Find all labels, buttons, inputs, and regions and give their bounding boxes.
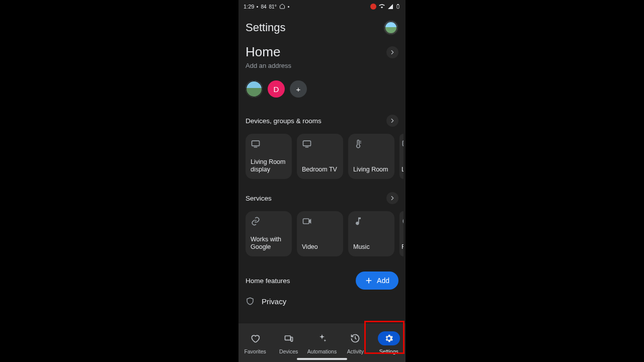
service-card[interactable]: Music <box>348 211 394 256</box>
phone-frame: 1:29 84 81° <box>238 0 406 362</box>
device-label: Living Room display <box>251 158 287 174</box>
devices-section-title: Devices, groups & rooms <box>246 117 321 125</box>
privacy-icon <box>246 297 255 306</box>
heart-icon <box>244 331 266 345</box>
nav-activity[interactable]: Activity <box>339 323 372 362</box>
status-bar: 1:29 84 81° <box>238 0 406 13</box>
home-features-row: Home features Add <box>238 272 406 290</box>
service-label: Video <box>302 243 338 251</box>
avatar-image <box>384 21 397 34</box>
plus-icon <box>365 277 373 285</box>
svg-rect-15 <box>291 337 292 341</box>
svg-rect-2 <box>252 141 260 146</box>
display-icon <box>251 139 261 149</box>
nav-settings[interactable]: Settings <box>372 323 406 362</box>
history-icon <box>344 331 366 345</box>
privacy-row[interactable]: Privacy <box>238 290 406 306</box>
service-label: R <box>401 243 404 251</box>
add-member-button[interactable]: + <box>290 80 307 98</box>
devices-icon <box>278 331 300 345</box>
chevron-right-icon[interactable] <box>386 192 398 204</box>
service-label: Works with Google <box>251 236 287 251</box>
status-dot-icon <box>257 6 258 8</box>
battery-icon <box>395 3 400 10</box>
account-avatar[interactable] <box>383 20 398 35</box>
page-title: Settings <box>246 21 286 34</box>
home-section: Home Add an address <box>238 44 406 69</box>
nav-label: Automations <box>307 348 337 354</box>
page-header: Settings <box>238 13 406 44</box>
video-icon <box>302 216 312 226</box>
link-icon <box>251 216 261 226</box>
nav-automations[interactable]: Automations <box>305 323 339 362</box>
service-card[interactable]: R <box>399 211 404 256</box>
svg-rect-4 <box>303 141 311 146</box>
device-card[interactable]: Bedroom TV <box>297 134 343 179</box>
device-label: L S <box>401 166 404 174</box>
svg-point-11 <box>403 218 404 224</box>
status-left: 1:29 84 81° <box>244 3 289 10</box>
thermostat-icon <box>353 139 363 149</box>
status-time: 1:29 <box>244 4 254 10</box>
svg-rect-0 <box>397 5 399 9</box>
status-right <box>370 3 400 10</box>
add-button-label: Add <box>377 277 389 285</box>
device-card[interactable]: L S <box>399 134 404 179</box>
nav-label: Settings <box>379 348 398 354</box>
nav-favorites[interactable]: Favorites <box>238 323 272 362</box>
gesture-bar <box>297 358 347 360</box>
home-features-title: Home features <box>246 277 290 285</box>
sparkle-icon <box>311 331 333 345</box>
signal-icon <box>387 4 393 10</box>
nav-devices[interactable]: Devices <box>272 323 305 362</box>
services-section-header[interactable]: Services <box>238 192 406 204</box>
home-members: D + <box>238 80 406 98</box>
nav-label: Devices <box>279 348 298 354</box>
service-card[interactable]: Works with Google <box>246 211 292 256</box>
status-temp: 84 <box>261 4 266 10</box>
add-button[interactable]: Add <box>356 272 398 290</box>
svg-rect-14 <box>285 336 290 340</box>
screen-record-icon <box>370 4 376 10</box>
svg-rect-9 <box>303 219 309 224</box>
member-initial: D <box>274 85 279 94</box>
home-address[interactable]: Add an address <box>246 62 398 69</box>
service-icon <box>401 216 404 226</box>
bottom-nav: Favorites Devices Automations Activity <box>238 323 406 362</box>
status-temp2: 81° <box>269 4 277 10</box>
member-avatar-1[interactable] <box>246 80 263 98</box>
device-card[interactable]: Living Room <box>348 134 394 179</box>
nav-label: Activity <box>347 348 364 354</box>
device-card[interactable]: Living Room display <box>246 134 292 179</box>
tv-icon <box>302 139 312 149</box>
status-dot2-icon <box>288 6 289 8</box>
services-scroller[interactable]: Works with Google Video Music R <box>238 204 406 256</box>
home-row[interactable]: Home <box>246 44 398 60</box>
chevron-right-icon[interactable] <box>386 46 398 58</box>
service-card[interactable]: Video <box>297 211 343 256</box>
chevron-right-icon[interactable] <box>386 115 398 127</box>
nav-label: Favorites <box>245 348 266 354</box>
services-section-title: Services <box>246 195 272 202</box>
privacy-label: Privacy <box>262 297 286 306</box>
wifi-icon <box>378 3 385 10</box>
gear-icon <box>378 331 400 345</box>
device-icon <box>401 139 404 149</box>
music-icon <box>353 216 363 226</box>
devices-scroller[interactable]: Living Room display Bedroom TV Living Ro… <box>238 127 406 179</box>
svg-rect-8 <box>403 141 404 146</box>
device-label: Bedroom TV <box>302 166 338 174</box>
service-label: Music <box>353 243 389 251</box>
member-avatar-2[interactable]: D <box>268 80 285 98</box>
home-icon <box>279 3 285 10</box>
devices-section-header[interactable]: Devices, groups & rooms <box>238 115 406 127</box>
svg-rect-1 <box>397 4 398 5</box>
device-label: Living Room <box>353 166 389 174</box>
home-name: Home <box>246 44 280 60</box>
stage: 1:29 84 81° <box>0 0 644 362</box>
